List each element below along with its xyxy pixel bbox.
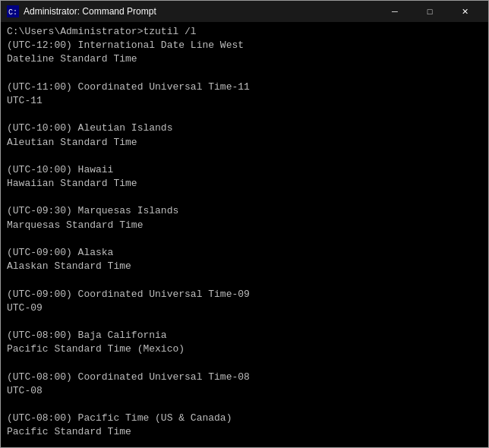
console-line-1: Dateline Standard Time	[7, 52, 482, 66]
console-line-9: (UTC-10:00) Hawaii	[7, 163, 482, 177]
console-line-4: UTC-11	[7, 94, 482, 108]
console-line-17	[7, 273, 482, 287]
console-line-23	[7, 357, 482, 371]
console-line-27: (UTC-08:00) Pacific Time (US & Canada)	[7, 412, 482, 425]
console-lines: (UTC-12:00) International Date Line West…	[7, 39, 482, 447]
console-line-28: Pacific Standard Time	[7, 425, 482, 439]
console-line-6: (UTC-10:00) Aleutian Islands	[7, 121, 482, 135]
console-line-29	[7, 440, 482, 447]
console-line-8	[7, 150, 482, 163]
console-line-10: Hawaiian Standard Time	[7, 177, 482, 191]
console-line-19: UTC-09	[7, 301, 482, 315]
console-output[interactable]: C:\Users\Administrator>tzutil /l (UTC-12…	[1, 22, 488, 447]
console-line-25: UTC-08	[7, 384, 482, 398]
console-line-7: Aleutian Standard Time	[7, 136, 482, 150]
cmd-icon: C:	[7, 5, 19, 17]
console-line-24: (UTC-08:00) Coordinated Universal Time-0…	[7, 371, 482, 384]
console-line-15: (UTC-09:00) Alaska	[7, 246, 482, 260]
main-window: C: Administrator: Command Prompt ─ □ ✕ C…	[0, 0, 489, 448]
console-line-2	[7, 67, 482, 80]
console-line-18: (UTC-09:00) Coordinated Universal Time-0…	[7, 288, 482, 301]
window-controls: ─ □ ✕	[377, 1, 482, 22]
console-line-20	[7, 315, 482, 329]
console-line-5	[7, 108, 482, 121]
console-line-11	[7, 191, 482, 204]
minimize-button[interactable]: ─	[377, 1, 412, 22]
console-line-12: (UTC-09:30) Marquesas Islands	[7, 204, 482, 218]
maximize-button[interactable]: □	[412, 1, 447, 22]
window-title: Administrator: Command Prompt	[24, 6, 377, 17]
svg-text:C:: C:	[8, 8, 17, 17]
console-line-13: Marquesas Standard Time	[7, 219, 482, 232]
console-line-3: (UTC-11:00) Coordinated Universal Time-1…	[7, 80, 482, 94]
console-line-0: (UTC-12:00) International Date Line West	[7, 39, 482, 52]
title-bar: C: Administrator: Command Prompt ─ □ ✕	[1, 1, 488, 22]
close-button[interactable]: ✕	[447, 1, 482, 22]
console-line-21: (UTC-08:00) Baja California	[7, 329, 482, 342]
command-line: C:\Users\Administrator>tzutil /l	[7, 25, 482, 39]
console-line-16: Alaskan Standard Time	[7, 260, 482, 273]
console-line-26	[7, 398, 482, 412]
console-line-22: Pacific Standard Time (Mexico)	[7, 342, 482, 356]
console-line-14	[7, 232, 482, 246]
